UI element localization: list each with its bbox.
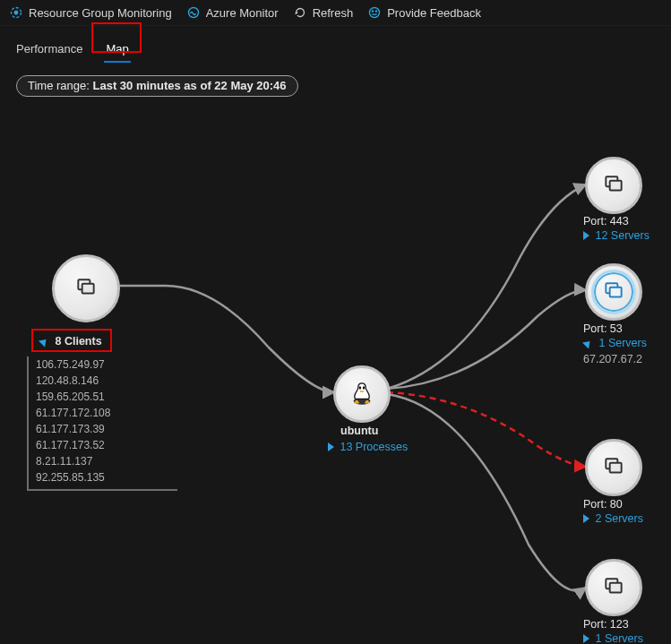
play-icon bbox=[583, 634, 589, 643]
svg-rect-16 bbox=[610, 462, 622, 472]
toolbar: Resource Group Monitoring Azure Monitor … bbox=[0, 0, 671, 26]
ubuntu-node[interactable] bbox=[333, 365, 391, 423]
client-ip-list: 106.75.249.97 120.48.8.146 159.65.205.51… bbox=[27, 356, 177, 491]
svg-rect-14 bbox=[610, 287, 622, 296]
port-53-servers[interactable]: 1 Servers bbox=[583, 337, 647, 349]
play-icon bbox=[583, 514, 589, 523]
svg-point-10 bbox=[363, 386, 366, 390]
azure-monitor-label: Azure Monitor bbox=[206, 6, 279, 20]
svg-rect-18 bbox=[610, 582, 622, 592]
servers-icon bbox=[602, 455, 625, 481]
svg-point-2 bbox=[188, 8, 198, 18]
expand-icon bbox=[582, 339, 593, 349]
svg-rect-12 bbox=[610, 180, 622, 190]
resource-group-monitoring-button[interactable]: Resource Group Monitoring bbox=[9, 5, 172, 20]
port-443-label: Port: 443 bbox=[583, 215, 629, 228]
clients-label-row[interactable]: 8 Clients bbox=[39, 335, 102, 348]
ubuntu-processes[interactable]: 13 Processes bbox=[328, 441, 408, 453]
azure-monitor-button[interactable]: Azure Monitor bbox=[186, 5, 279, 20]
tab-bar: Performance Map bbox=[0, 26, 671, 61]
client-ip: 61.177.173.39 bbox=[36, 421, 170, 437]
port-53-label: Port: 53 bbox=[583, 322, 623, 335]
resource-group-monitoring-label: Resource Group Monitoring bbox=[29, 6, 172, 20]
servers-icon bbox=[602, 173, 625, 199]
play-icon bbox=[328, 442, 334, 451]
time-range-label: Time range: bbox=[28, 79, 93, 92]
svg-point-9 bbox=[359, 386, 362, 390]
svg-point-1 bbox=[14, 11, 18, 14]
port-123-node[interactable] bbox=[585, 559, 642, 616]
svg-point-4 bbox=[373, 11, 374, 12]
port-123-servers[interactable]: 1 Servers bbox=[583, 632, 643, 644]
port-53-ip: 67.207.67.2 bbox=[583, 353, 642, 365]
port-53-node[interactable] bbox=[585, 263, 642, 321]
port-123-label: Port: 123 bbox=[583, 618, 629, 631]
time-range-pill[interactable]: Time range: Last 30 minutes as of 22 May… bbox=[16, 75, 298, 97]
svg-rect-7 bbox=[82, 283, 94, 293]
refresh-button[interactable]: Refresh bbox=[293, 5, 354, 20]
client-ip: 120.48.8.146 bbox=[36, 373, 170, 389]
port-80-label: Port: 80 bbox=[583, 498, 623, 511]
client-ip: 61.177.173.52 bbox=[36, 437, 170, 453]
clients-node[interactable] bbox=[52, 254, 120, 322]
refresh-icon bbox=[293, 5, 307, 20]
clients-label: 8 Clients bbox=[55, 335, 101, 348]
client-ip: 106.75.249.97 bbox=[36, 356, 170, 373]
svg-point-5 bbox=[376, 11, 377, 12]
feedback-icon bbox=[367, 5, 382, 20]
port-80-node[interactable] bbox=[585, 439, 642, 496]
tab-performance[interactable]: Performance bbox=[13, 39, 86, 61]
client-ip: 8.21.11.137 bbox=[36, 453, 170, 469]
time-range-value: Last 30 minutes as of 22 May 20:46 bbox=[93, 79, 287, 92]
port-443-node[interactable] bbox=[585, 157, 642, 214]
map-canvas[interactable]: 8 Clients 106.75.249.97 120.48.8.146 159… bbox=[0, 97, 671, 644]
ubuntu-name: ubuntu bbox=[340, 425, 378, 437]
port-443-servers[interactable]: 12 Servers bbox=[583, 229, 649, 242]
client-ip: 159.65.205.51 bbox=[36, 389, 170, 405]
provide-feedback-label: Provide Feedback bbox=[387, 6, 481, 20]
refresh-label: Refresh bbox=[313, 6, 354, 20]
expand-icon bbox=[39, 337, 49, 348]
servers-icon bbox=[74, 276, 98, 302]
port-80-servers[interactable]: 2 Servers bbox=[583, 512, 643, 525]
client-ip: 92.255.85.135 bbox=[36, 469, 170, 485]
provide-feedback-button[interactable]: Provide Feedback bbox=[367, 5, 481, 20]
monitor-icon bbox=[186, 5, 201, 20]
client-ip: 61.177.172.108 bbox=[36, 405, 170, 421]
servers-icon bbox=[602, 279, 625, 305]
play-icon bbox=[583, 231, 589, 240]
tab-map[interactable]: Map bbox=[102, 39, 132, 61]
linux-icon bbox=[348, 380, 375, 409]
target-icon bbox=[9, 5, 23, 20]
svg-point-3 bbox=[370, 8, 380, 18]
servers-icon bbox=[602, 575, 625, 601]
